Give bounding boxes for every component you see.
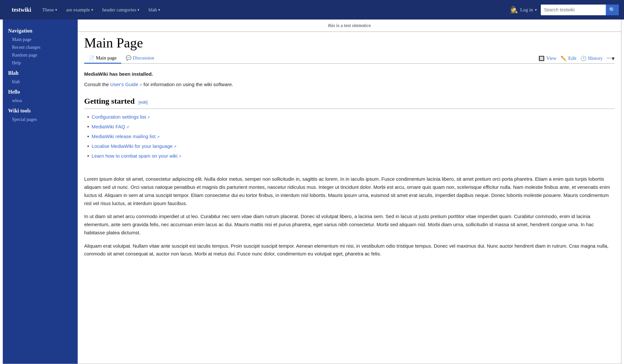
sidebar: Navigation Main page Recent changes Rand… <box>3 20 78 364</box>
sidebar-item-special-pages[interactable]: Special pages <box>3 116 78 124</box>
tab-discussion[interactable]: 💬 Discussion <box>121 53 159 64</box>
page-title: Main Page <box>84 35 615 51</box>
content: MediaWiki has been installed. Consult th… <box>78 64 621 270</box>
view-icon: 🔲 <box>539 56 545 61</box>
search-input[interactable] <box>541 5 606 14</box>
user-icon: 🕵 <box>510 6 518 14</box>
main-content: this is a test sitenotice Main Page 📄 Ma… <box>78 20 621 364</box>
chevron-down-icon: ▾ <box>612 55 615 62</box>
lorem-paragraph-1: Lorem ipsum dolor sit amet, consectetur … <box>84 175 615 207</box>
login-button[interactable]: 🕵 Log in ▾ <box>510 6 537 14</box>
tabs-bar: 📄 Main page 💬 Discussion 🔲 View ✏️ Edit <box>84 53 615 64</box>
tabs-right: 🔲 View ✏️ Edit 🕐 History ··· ▾ <box>539 55 615 62</box>
more-actions-button[interactable]: ··· ▾ <box>607 55 615 62</box>
getting-started-header: Getting started [edit] <box>84 95 615 109</box>
mailing-list-link[interactable]: MediaWiki release mailing list <box>92 133 160 140</box>
history-button[interactable]: 🕐 History <box>580 56 603 61</box>
edit-icon: ✏️ <box>561 56 567 61</box>
page-icon: 📄 <box>89 55 94 61</box>
spam-link[interactable]: Learn how to combat spam on your wiki <box>92 152 181 160</box>
header: testwiki These ▾ are example ▾ header ca… <box>0 0 624 20</box>
sidebar-item-help[interactable]: Help <box>3 59 78 67</box>
list-item: MediaWiki release mailing list <box>87 132 615 141</box>
config-settings-link[interactable]: Configuration settings list <box>92 113 150 121</box>
sidebar-item-main-page[interactable]: Main page <box>3 36 78 44</box>
sidebar-item-blah[interactable]: blah <box>3 78 78 86</box>
site-logo[interactable]: testwiki <box>5 6 38 13</box>
sitenotice: this is a test sitenotice <box>78 20 621 32</box>
search-wrapper: 🔍 <box>541 5 619 15</box>
getting-started-list: Configuration settings list MediaWiki FA… <box>87 112 615 161</box>
getting-started-section: Getting started [edit] Configuration set… <box>84 95 615 161</box>
list-item: MediaWiki FAQ <box>87 122 615 132</box>
header-right: 🕵 Log in ▾ 🔍 <box>510 5 619 15</box>
users-guide-link[interactable]: User's Guide <box>110 82 142 87</box>
sidebar-item-random-page[interactable]: Random page <box>3 51 78 59</box>
discussion-icon: 💬 <box>126 55 131 61</box>
list-item: Learn how to combat spam on your wiki <box>87 151 615 161</box>
header-nav: These ▾ are example ▾ header categories … <box>38 0 510 20</box>
list-item: Localise MediaWiki for your language <box>87 141 615 151</box>
search-button[interactable]: 🔍 <box>606 5 619 15</box>
sidebar-section-navigation: Navigation <box>3 25 78 36</box>
nav-item-are-example[interactable]: are example ▾ <box>62 0 98 20</box>
tab-main-page[interactable]: 📄 Main page <box>84 53 121 64</box>
tabs-left: 📄 Main page 💬 Discussion <box>84 53 539 63</box>
view-button[interactable]: 🔲 View <box>539 56 557 61</box>
nav-item-blah[interactable]: blah ▾ <box>144 0 165 20</box>
chevron-down-icon: ▾ <box>55 8 57 12</box>
ellipsis-icon: ··· <box>607 55 611 62</box>
lorem-paragraph-3: Aliquam erat volutpat. Nullam vitae ante… <box>84 242 615 258</box>
consult-text: Consult the User's Guide for information… <box>84 81 615 88</box>
sidebar-section-blah: Blah <box>3 67 78 78</box>
chevron-down-icon: ▾ <box>535 8 537 12</box>
lorem-paragraph-2: In ut diam sit amet arcu commodo imperdi… <box>84 213 615 237</box>
list-item: Configuration settings list <box>87 112 615 122</box>
page-header: Main Page <box>78 32 621 51</box>
chevron-down-icon: ▾ <box>158 8 160 12</box>
getting-started-edit-link[interactable]: [edit] <box>138 99 148 106</box>
nav-item-header-categories[interactable]: header categories ▾ <box>98 0 144 20</box>
chevron-down-icon: ▾ <box>137 8 139 12</box>
sidebar-section-wiki-tools: Wiki tools <box>3 105 78 116</box>
sidebar-item-recent-changes[interactable]: Recent changes <box>3 44 78 51</box>
localise-link[interactable]: Localise MediaWiki for your language <box>92 142 176 150</box>
layout: Navigation Main page Recent changes Rand… <box>3 20 621 364</box>
history-icon: 🕐 <box>580 56 587 61</box>
sidebar-section-hello: Hello <box>3 86 78 97</box>
edit-button[interactable]: ✏️ Edit <box>561 56 577 61</box>
chevron-down-icon: ▾ <box>91 8 93 12</box>
sidebar-item-whoa[interactable]: whoa <box>3 97 78 105</box>
mediawiki-faq-link[interactable]: MediaWiki FAQ <box>92 123 129 131</box>
getting-started-title: Getting started <box>84 95 135 107</box>
nav-item-these[interactable]: These ▾ <box>38 0 62 20</box>
installed-notice: MediaWiki has been installed. <box>84 70 615 78</box>
